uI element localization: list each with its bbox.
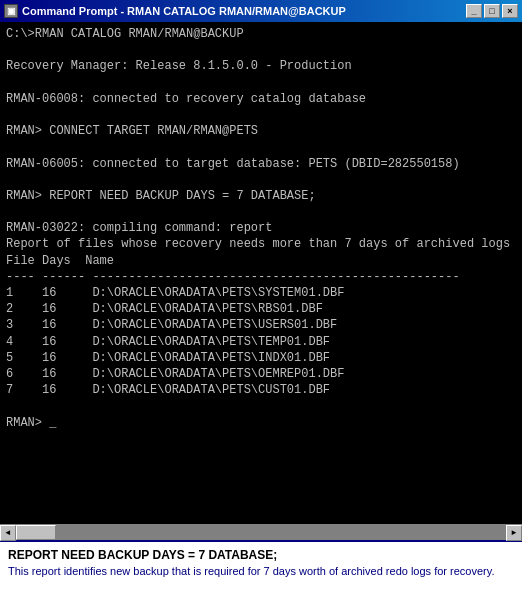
info-description: This report identifies new backup that i…	[8, 564, 514, 579]
title-bar-buttons: _ □ ×	[466, 4, 518, 18]
title-bar: ▣ Command Prompt - RMAN CATALOG RMAN/RMA…	[0, 0, 522, 22]
scroll-left-button[interactable]: ◄	[0, 525, 16, 541]
scroll-thumb[interactable]	[16, 525, 56, 540]
terminal-text: C:\>RMAN CATALOG RMAN/RMAN@BACKUP Recove…	[6, 26, 516, 431]
info-panel: REPORT NEED BACKUP DAYS = 7 DATABASE; Th…	[0, 540, 522, 594]
info-title: REPORT NEED BACKUP DAYS = 7 DATABASE;	[8, 548, 514, 562]
maximize-button[interactable]: □	[484, 4, 500, 18]
title-bar-text: Command Prompt - RMAN CATALOG RMAN/RMAN@…	[22, 5, 462, 17]
close-button[interactable]: ×	[502, 4, 518, 18]
scroll-track[interactable]	[16, 525, 506, 540]
scroll-right-button[interactable]: ►	[506, 525, 522, 541]
minimize-button[interactable]: _	[466, 4, 482, 18]
horizontal-scrollbar[interactable]: ◄ ►	[0, 524, 522, 540]
terminal-output: C:\>RMAN CATALOG RMAN/RMAN@BACKUP Recove…	[0, 22, 522, 524]
app-icon: ▣	[4, 4, 18, 18]
